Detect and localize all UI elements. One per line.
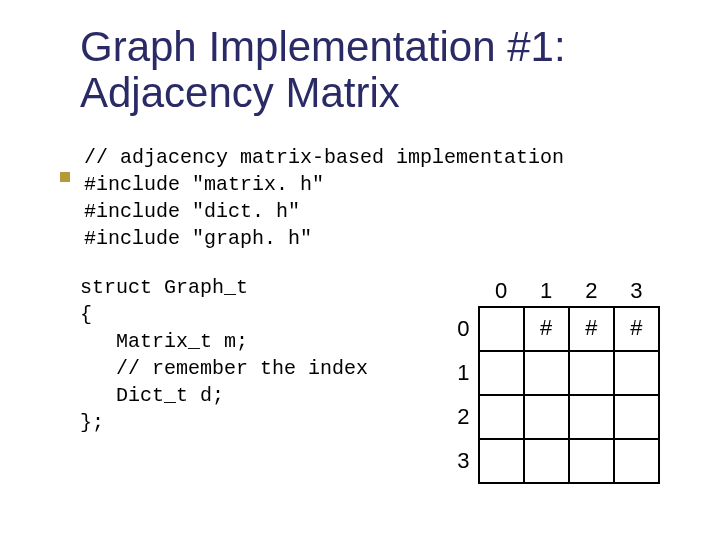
code-line: }; (80, 411, 104, 434)
code-struct: struct Graph_t { Matrix_t m; // remember… (80, 274, 420, 436)
code-includes: // adjacency matrix-based implementation… (84, 144, 660, 252)
matrix-cell (614, 395, 659, 439)
adjacency-matrix: 0 1 2 3 0 # # # 1 (440, 276, 660, 484)
matrix-cell: # (524, 307, 569, 351)
matrix-cell: # (569, 307, 614, 351)
slide: Graph Implementation #1: Adjacency Matri… (0, 0, 720, 540)
code-line: { (80, 303, 92, 326)
title-line-1: Graph Implementation #1: (80, 23, 566, 70)
code-line: #include "graph. h" (84, 227, 312, 250)
matrix-col-header: 1 (524, 276, 569, 307)
matrix-cell (479, 395, 524, 439)
code-line: // adjacency matrix-based implementation (84, 146, 564, 169)
matrix-cell (614, 351, 659, 395)
code-line: Dict_t d; (80, 384, 224, 407)
code-line: // remember the index (80, 357, 368, 380)
matrix-cell (569, 351, 614, 395)
code-line: struct Graph_t (80, 276, 248, 299)
matrix-row-header: 1 (440, 351, 479, 395)
code-line: #include "matrix. h" (84, 173, 324, 196)
matrix-cell (569, 439, 614, 483)
matrix-cell (569, 395, 614, 439)
matrix-corner (440, 276, 479, 307)
matrix-table: 0 1 2 3 0 # # # 1 (440, 276, 660, 484)
matrix-cell (479, 307, 524, 351)
matrix-row-header: 0 (440, 307, 479, 351)
matrix-col-header: 0 (479, 276, 524, 307)
lower-row: struct Graph_t { Matrix_t m; // remember… (80, 274, 660, 484)
code-line: Matrix_t m; (80, 330, 248, 353)
matrix-row-header: 3 (440, 439, 479, 483)
matrix-cell (479, 351, 524, 395)
matrix-cell (524, 395, 569, 439)
slide-title: Graph Implementation #1: Adjacency Matri… (80, 24, 660, 116)
matrix-cell (614, 439, 659, 483)
matrix-cell: # (614, 307, 659, 351)
matrix-cell (524, 439, 569, 483)
matrix-col-header: 2 (569, 276, 614, 307)
title-line-2: Adjacency Matrix (80, 69, 400, 116)
code-line: #include "dict. h" (84, 200, 300, 223)
matrix-col-header: 3 (614, 276, 659, 307)
matrix-cell (479, 439, 524, 483)
matrix-cell (524, 351, 569, 395)
matrix-row-header: 2 (440, 395, 479, 439)
bullet-icon (60, 172, 70, 182)
